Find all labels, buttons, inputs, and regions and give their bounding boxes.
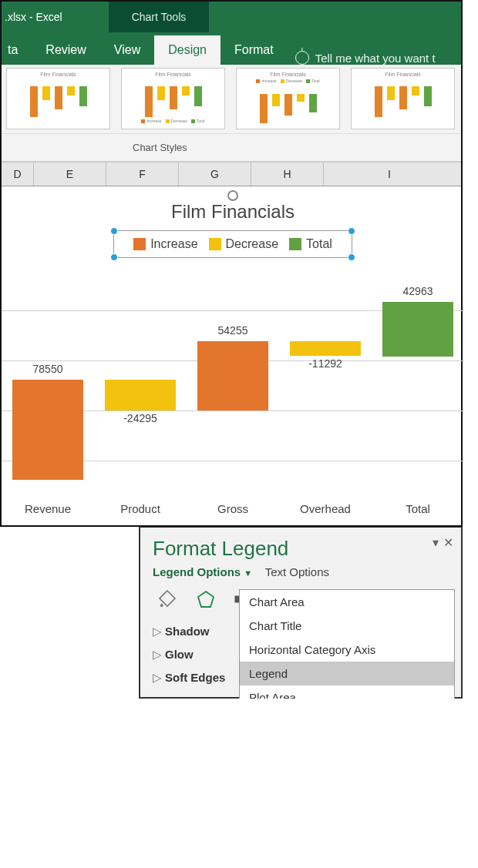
data-label: 54255 xyxy=(197,324,268,337)
dropdown-item[interactable]: Chart Area xyxy=(240,590,454,614)
chart-title[interactable]: Film Financials xyxy=(2,201,464,223)
col-header[interactable]: D xyxy=(2,163,34,186)
contextual-tab-label: Chart Tools xyxy=(109,2,210,32)
title-bar: .xlsx - Excel Chart Tools xyxy=(2,2,461,32)
legend-item-total: Total xyxy=(289,237,332,251)
ribbon-tabs: ta Review View Design Format Tell me wha… xyxy=(2,32,461,65)
x-label: Gross xyxy=(187,502,279,515)
col-header[interactable]: H xyxy=(251,163,324,186)
selection-handle[interactable] xyxy=(348,253,355,261)
data-label: -24295 xyxy=(105,412,176,424)
data-label: 78550 xyxy=(12,363,83,375)
color-swatch-icon xyxy=(289,238,301,250)
col-header[interactable]: F xyxy=(106,163,179,186)
column-headers: D E F G H I xyxy=(2,162,461,186)
tab-review[interactable]: Review xyxy=(32,35,99,65)
x-label: Overhead xyxy=(279,502,372,515)
x-axis: Revenue Product Gross Overhead Total xyxy=(2,502,464,515)
selection-handle[interactable] xyxy=(110,227,118,235)
data-label: 42963 xyxy=(382,285,453,297)
color-swatch-icon xyxy=(133,238,146,250)
color-swatch-icon xyxy=(209,238,221,250)
tab-format[interactable]: Format xyxy=(220,35,288,65)
effects-icon[interactable] xyxy=(194,588,217,611)
tell-me-label: Tell me what you want t xyxy=(315,52,436,65)
chart-style-thumb[interactable]: Film Financials xyxy=(351,68,455,129)
pane-options-icon[interactable]: ▾ xyxy=(433,535,439,550)
x-label: Total xyxy=(372,502,464,515)
pane-title: Format Legend xyxy=(153,537,461,561)
fill-line-icon[interactable] xyxy=(156,588,179,611)
format-legend-pane: ▾ ✕ Format Legend Legend Options ▼ Text … xyxy=(139,527,463,699)
col-header[interactable]: G xyxy=(179,163,251,186)
dropdown-item[interactable]: Plot Area xyxy=(240,685,454,699)
legend-item-increase: Increase xyxy=(133,237,197,251)
chart-style-thumb[interactable]: Film Financials IncreaseDecreaseTotal xyxy=(236,68,340,129)
bar-overhead[interactable] xyxy=(290,341,361,356)
bar-revenue[interactable] xyxy=(12,380,83,480)
dropdown-item[interactable]: Legend xyxy=(240,662,454,685)
worksheet-area[interactable]: Film Financials Increase Decrease Total … xyxy=(2,186,461,525)
close-icon[interactable]: ✕ xyxy=(443,535,453,550)
svg-marker-0 xyxy=(198,592,214,607)
tab-data[interactable]: ta xyxy=(2,35,32,65)
dropdown-item[interactable]: Horizontal Category Axis xyxy=(240,638,454,662)
legend-options-tab[interactable]: Legend Options ▼ xyxy=(153,565,252,578)
dropdown-item[interactable]: Chart Title xyxy=(240,614,454,638)
col-header[interactable]: E xyxy=(34,163,106,186)
tell-me-search[interactable]: Tell me what you want t xyxy=(288,51,443,65)
bar-total[interactable] xyxy=(382,302,453,357)
data-label: -11292 xyxy=(290,357,361,370)
selection-handle[interactable] xyxy=(227,190,238,201)
bar-product[interactable] xyxy=(105,380,176,411)
tab-view[interactable]: View xyxy=(100,35,154,65)
chart-style-thumb[interactable]: Film Financials IncreaseDecreaseTotal xyxy=(121,68,225,129)
embedded-chart[interactable]: Film Financials Increase Decrease Total … xyxy=(2,190,464,488)
lightbulb-icon xyxy=(295,51,309,65)
chart-styles-gallery[interactable]: Film Financials Film Financials Increase… xyxy=(2,65,461,134)
legend-item-decrease: Decrease xyxy=(209,237,278,251)
selection-handle[interactable] xyxy=(348,227,355,235)
window-title: .xlsx - Excel xyxy=(5,11,109,23)
text-options-tab[interactable]: Text Options xyxy=(265,565,329,578)
plot-area[interactable]: 78550 -24295 54255 -11292 42963 Revenue … xyxy=(2,280,464,488)
selection-handle[interactable] xyxy=(110,253,118,261)
chart-legend[interactable]: Increase Decrease Total xyxy=(113,230,352,258)
x-label: Product xyxy=(94,502,187,515)
x-label: Revenue xyxy=(2,502,94,515)
chart-element-dropdown[interactable]: Chart Area Chart Title Horizontal Catego… xyxy=(239,589,455,699)
chevron-down-icon: ▼ xyxy=(244,568,252,578)
chart-styles-label: Chart Styles xyxy=(2,134,461,162)
chart-style-thumb[interactable]: Film Financials xyxy=(6,68,110,129)
col-header[interactable]: I xyxy=(324,163,455,186)
bar-gross[interactable] xyxy=(197,341,268,411)
tab-design[interactable]: Design xyxy=(154,35,220,65)
